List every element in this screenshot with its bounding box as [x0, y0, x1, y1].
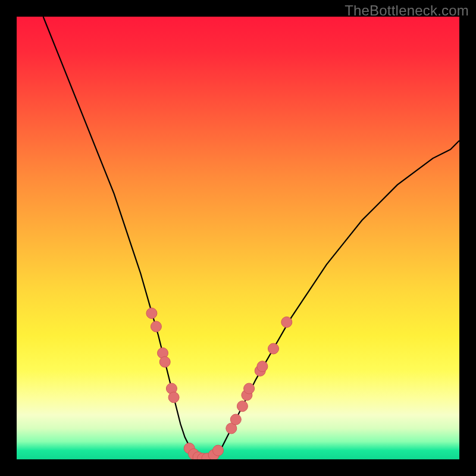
data-markers	[146, 308, 292, 460]
data-marker	[244, 383, 255, 394]
data-marker	[151, 321, 161, 332]
chart-svg	[17, 17, 459, 459]
plot-area	[17, 17, 459, 459]
data-marker	[213, 445, 224, 456]
data-marker	[168, 392, 179, 403]
data-marker	[268, 343, 279, 354]
data-marker	[237, 401, 248, 412]
chart-frame: TheBottleneck.com	[0, 0, 476, 476]
data-marker	[146, 308, 157, 319]
data-marker	[257, 361, 268, 372]
data-marker	[281, 317, 292, 327]
data-marker	[159, 356, 170, 367]
data-marker	[230, 414, 241, 425]
